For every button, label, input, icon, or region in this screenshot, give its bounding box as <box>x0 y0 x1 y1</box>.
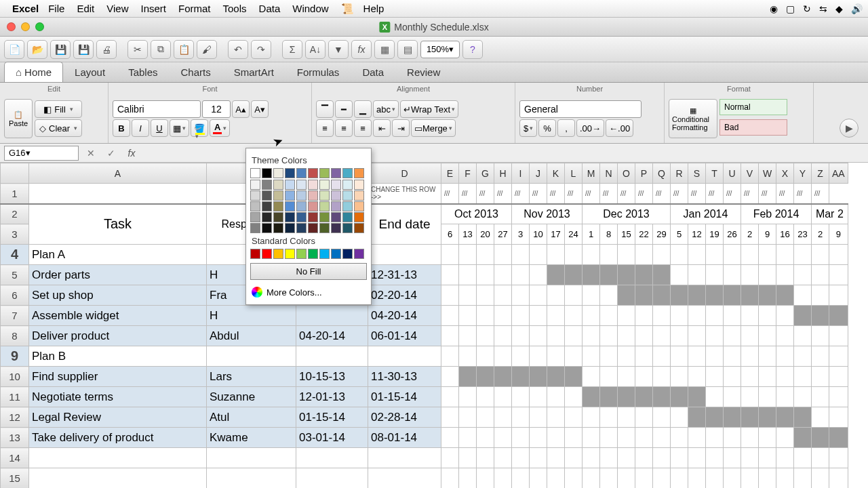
open-button[interactable]: 📂 <box>27 40 47 59</box>
zoom-select[interactable]: 150% ▾ <box>420 41 460 58</box>
color-swatch[interactable] <box>296 223 307 233</box>
italic-button[interactable]: I <box>132 119 149 137</box>
color-swatch[interactable] <box>319 168 330 178</box>
tab-review[interactable]: Review <box>395 62 452 82</box>
row-header[interactable]: 12 <box>1 407 29 428</box>
color-swatch[interactable] <box>354 212 364 222</box>
menu-window[interactable]: Window <box>292 3 328 14</box>
filter-button[interactable]: ▼ <box>328 40 349 59</box>
menu-edit[interactable]: Edit <box>77 3 94 14</box>
row-header[interactable]: 6 <box>1 285 29 306</box>
menu-view[interactable]: View <box>106 3 128 14</box>
color-swatch[interactable] <box>285 190 295 201</box>
row-header[interactable]: 4 <box>1 245 29 265</box>
fill-color-button[interactable]: 🪣 <box>191 119 208 137</box>
style-normal[interactable]: Normal <box>719 99 787 115</box>
color-swatch[interactable] <box>273 168 283 178</box>
color-swatch[interactable] <box>296 168 307 178</box>
color-swatch[interactable] <box>273 212 283 222</box>
align-middle-button[interactable]: ━ <box>335 100 353 118</box>
tab-home[interactable]: ⌂Home <box>4 62 63 82</box>
wrap-text-button[interactable]: ↵ Wrap Text <box>400 100 458 118</box>
col-header[interactable]: R <box>671 163 688 184</box>
color-swatch[interactable] <box>262 249 272 259</box>
row-header[interactable]: 15 <box>1 468 29 489</box>
col-header[interactable]: X <box>776 163 794 184</box>
tab-layout[interactable]: Layout <box>63 62 117 82</box>
redo-button[interactable]: ↷ <box>251 40 271 59</box>
color-swatch[interactable] <box>285 223 295 233</box>
color-swatch[interactable] <box>285 212 295 222</box>
col-header[interactable]: U <box>724 163 741 184</box>
spreadsheet[interactable]: ABCDEFGHIJKLMNOPQRSTUVWXYZAA1CHANGE THIS… <box>0 163 868 488</box>
color-swatch[interactable] <box>319 180 330 190</box>
color-swatch[interactable] <box>285 201 295 211</box>
row-header[interactable]: 13 <box>1 428 29 448</box>
increase-font-button[interactable]: A▴ <box>232 100 250 118</box>
menu-file[interactable]: File <box>48 3 64 14</box>
col-header[interactable]: AA <box>829 163 848 184</box>
decrease-indent-button[interactable]: ⇤ <box>373 119 391 137</box>
color-swatch[interactable] <box>319 201 330 211</box>
sync-icon[interactable]: ⇆ <box>819 3 827 14</box>
tab-tables[interactable]: Tables <box>117 62 169 82</box>
color-swatch[interactable] <box>331 180 341 190</box>
color-swatch[interactable] <box>308 168 318 178</box>
align-bottom-button[interactable]: ▁ <box>354 100 372 118</box>
color-swatch[interactable] <box>250 201 260 211</box>
color-swatch[interactable] <box>273 223 283 233</box>
col-header[interactable]: V <box>741 163 759 184</box>
col-header[interactable]: I <box>512 163 530 184</box>
conditional-formatting-button[interactable]: ▦Conditional Formatting <box>669 99 717 138</box>
align-top-button[interactable]: ▔ <box>316 100 334 118</box>
color-swatch[interactable] <box>262 168 272 178</box>
decrease-font-button[interactable]: A▾ <box>251 100 269 118</box>
color-swatch[interactable] <box>308 212 318 222</box>
app-name[interactable]: Excel <box>12 3 39 14</box>
align-center-button[interactable]: ≡ <box>335 119 353 137</box>
new-button[interactable]: 📄 <box>4 40 24 59</box>
copy-button[interactable]: ⧉ <box>151 40 171 59</box>
color-swatch[interactable] <box>308 201 318 211</box>
color-swatch[interactable] <box>354 223 364 233</box>
col-header[interactable]: P <box>635 163 653 184</box>
color-swatch[interactable] <box>262 190 272 201</box>
color-swatch[interactable] <box>285 168 295 178</box>
color-swatch[interactable] <box>262 223 272 233</box>
menu-tools[interactable]: Tools <box>223 3 247 14</box>
enter-formula-button[interactable]: ✓ <box>103 146 119 161</box>
col-header[interactable]: Z <box>812 163 829 184</box>
col-header[interactable]: S <box>688 163 706 184</box>
row-header[interactable]: 5 <box>1 265 29 285</box>
no-fill-button[interactable]: No Fill <box>250 263 367 280</box>
number-format-select[interactable]: General <box>519 100 642 118</box>
comma-button[interactable]: , <box>557 119 575 137</box>
color-swatch[interactable] <box>308 180 318 190</box>
row-header[interactable]: 11 <box>1 387 29 407</box>
align-left-button[interactable]: ≡ <box>316 119 334 137</box>
color-swatch[interactable] <box>273 190 283 201</box>
format-painter-button[interactable]: 🖌 <box>197 40 217 59</box>
row-header[interactable]: 10 <box>1 367 29 387</box>
font-family-select[interactable]: Calibri <box>113 100 201 118</box>
row-header[interactable]: 2 <box>1 204 29 224</box>
tab-formulas[interactable]: Formulas <box>285 62 351 82</box>
color-swatch[interactable] <box>262 201 272 211</box>
col-header[interactable]: M <box>583 163 600 184</box>
color-swatch[interactable] <box>354 190 364 201</box>
row-header[interactable]: 1 <box>1 184 29 204</box>
color-swatch[interactable] <box>331 223 341 233</box>
menu-insert[interactable]: Insert <box>140 3 166 14</box>
col-header[interactable]: Y <box>794 163 812 184</box>
col-header[interactable]: T <box>706 163 724 184</box>
col-header[interactable]: D <box>368 163 441 184</box>
volume-icon[interactable]: 🔊 <box>851 3 863 14</box>
bold-button[interactable]: B <box>113 119 130 137</box>
merge-button[interactable]: ▭ Merge <box>411 119 456 137</box>
style-bad[interactable]: Bad <box>719 119 787 136</box>
color-swatch[interactable] <box>342 180 353 190</box>
col-header[interactable]: N <box>600 163 618 184</box>
color-swatch[interactable] <box>273 249 283 259</box>
row-header[interactable]: 9 <box>1 346 29 367</box>
color-swatch[interactable] <box>285 249 295 259</box>
